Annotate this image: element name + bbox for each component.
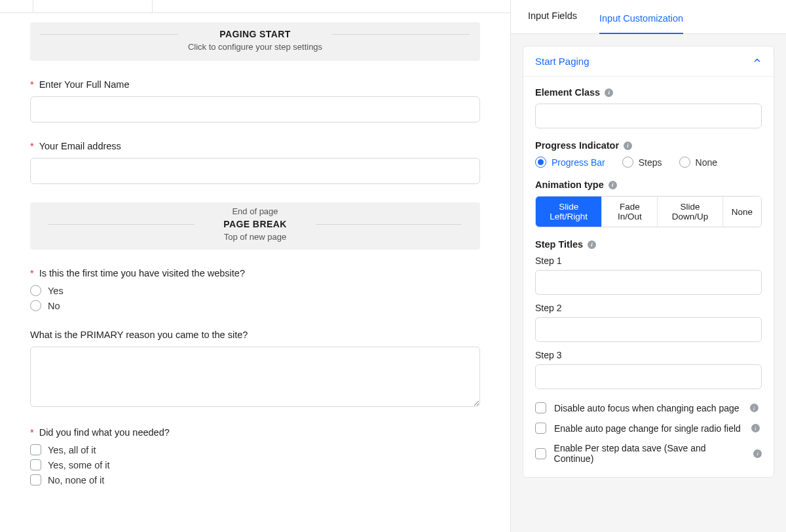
field-name-label: Enter Your Full Name	[39, 79, 130, 90]
name-input[interactable]	[30, 96, 480, 123]
radio-icon	[622, 157, 633, 168]
check-per-step-save[interactable]: Enable Per step data save (Save and Cont…	[535, 443, 762, 464]
reason-textarea[interactable]	[30, 347, 480, 407]
found-option-some[interactable]: Yes, some of it	[30, 459, 480, 470]
info-icon[interactable]: i	[753, 449, 762, 458]
required-asterisk: *	[30, 79, 34, 90]
first-visit-option-yes[interactable]: Yes	[30, 285, 480, 296]
field-name[interactable]: * Enter Your Full Name	[30, 79, 480, 123]
found-option-all[interactable]: Yes, all of it	[30, 444, 480, 455]
field-found[interactable]: * Did you find what you needed? Yes, all…	[30, 427, 480, 485]
anim-slide-du[interactable]: Slide Down/Up	[658, 197, 723, 227]
form-canvas[interactable]: PAGING START Click to configure your ste…	[0, 0, 511, 532]
page-break-title: PAGE BREAK	[41, 219, 470, 229]
checkbox-icon	[535, 402, 546, 413]
info-icon[interactable]: i	[605, 88, 613, 97]
tab-input-fields[interactable]: Input Fields	[528, 10, 577, 24]
checkbox-icon	[30, 459, 41, 470]
found-option-none[interactable]: No, none of it	[30, 474, 480, 485]
radio-icon	[30, 285, 41, 296]
tab-input-customization[interactable]: Input Customization	[599, 10, 683, 34]
paging-start-block[interactable]: PAGING START Click to configure your ste…	[30, 22, 480, 61]
animation-type-row: Animation type i Slide Left/Right Fade I…	[535, 180, 762, 227]
start-paging-panel: Start Paging Element Class i Progress In…	[523, 46, 774, 478]
anim-fade[interactable]: Fade In/Out	[602, 197, 658, 227]
progress-indicator-row: Progress Indicator i Progress Bar Steps	[535, 140, 762, 168]
step-titles-row: Step Titles i Step 1 Step 2 Step 3	[535, 239, 762, 389]
checkbox-icon	[30, 444, 41, 455]
required-asterisk: *	[30, 141, 34, 151]
field-reason-label: What is the PRIMARY reason you came to t…	[30, 330, 248, 340]
email-input[interactable]	[30, 158, 480, 184]
check-disable-auto-focus[interactable]: Disable auto focus when changing each pa…	[535, 402, 762, 413]
progress-option-steps[interactable]: Steps	[622, 157, 662, 168]
step2-input[interactable]	[535, 317, 762, 342]
panel-header[interactable]: Start Paging	[523, 47, 774, 77]
step2-label: Step 2	[535, 303, 762, 313]
step1-label: Step 1	[535, 256, 762, 266]
field-first-visit[interactable]: * Is this the first time you have visite…	[30, 268, 480, 311]
info-icon[interactable]: i	[588, 240, 596, 249]
paging-start-subtitle: Click to configure your step settings	[41, 42, 470, 52]
step3-input[interactable]	[535, 364, 762, 389]
progress-option-bar[interactable]: Progress Bar	[535, 157, 605, 168]
chevron-up-icon	[753, 56, 762, 67]
page-break-bottom: Top of new page	[41, 232, 470, 242]
animation-type-label: Animation type	[535, 180, 604, 190]
field-first-visit-label: Is this the first time you have visited …	[39, 268, 245, 278]
field-email-label: Your Email address	[39, 141, 121, 151]
page-break-block[interactable]: End of page PAGE BREAK Top of new page	[30, 202, 480, 250]
radio-icon	[30, 300, 41, 311]
info-icon[interactable]: i	[751, 424, 760, 432]
paging-start-title: PAGING START	[213, 29, 297, 39]
toolbar-stub	[0, 0, 511, 13]
field-reason[interactable]: What is the PRIMARY reason you came to t…	[30, 330, 480, 409]
anim-slide-lr[interactable]: Slide Left/Right	[536, 197, 602, 227]
checkbox-group: Disable auto focus when changing each pa…	[535, 402, 762, 464]
checkbox-icon	[535, 448, 546, 459]
element-class-input[interactable]	[535, 104, 762, 128]
step1-input[interactable]	[535, 270, 762, 295]
required-asterisk: *	[30, 268, 34, 278]
info-icon[interactable]: i	[608, 181, 617, 189]
info-icon[interactable]: i	[624, 142, 632, 150]
panel-title: Start Paging	[535, 56, 590, 67]
element-class-row: Element Class i	[535, 87, 762, 128]
progress-option-none[interactable]: None	[679, 157, 717, 168]
progress-indicator-label: Progress Indicator	[535, 140, 619, 151]
animation-segmented-control: Slide Left/Right Fade In/Out Slide Down/…	[535, 196, 762, 227]
info-icon[interactable]: i	[750, 404, 758, 412]
anim-none[interactable]: None	[723, 197, 761, 227]
radio-icon	[679, 157, 690, 168]
sidebar-tabs: Input Fields Input Customization	[511, 0, 786, 34]
element-class-label: Element Class	[535, 87, 600, 98]
first-visit-option-no[interactable]: No	[30, 300, 480, 311]
step3-label: Step 3	[535, 350, 762, 360]
field-email[interactable]: * Your Email address	[30, 141, 480, 184]
page-break-top: End of page	[41, 206, 470, 216]
step-titles-label: Step Titles	[535, 239, 583, 250]
field-found-label: Did you find what you needed?	[39, 427, 170, 438]
required-asterisk: *	[30, 427, 34, 438]
settings-sidebar: Input Fields Input Customization Start P…	[511, 0, 786, 532]
check-auto-page-change[interactable]: Enable auto page change for single radio…	[535, 423, 762, 434]
radio-selected-icon	[535, 157, 546, 168]
checkbox-icon	[30, 474, 41, 485]
checkbox-icon	[535, 423, 546, 434]
